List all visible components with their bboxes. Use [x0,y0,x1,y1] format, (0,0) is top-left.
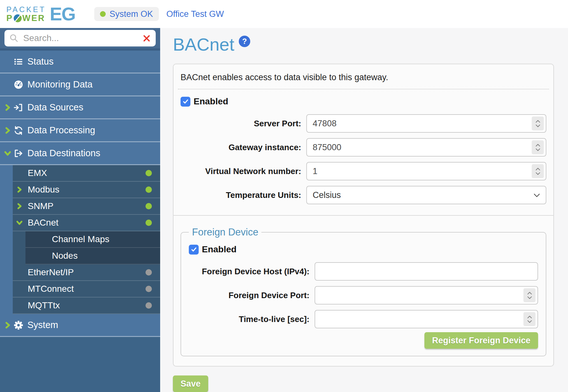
chevron-down-icon [16,219,24,226]
sidebar-item-modbus-label: Modbus [28,185,60,195]
status-dot [146,203,152,209]
app-header: PACKET PWER EG System OK Office Test GW [0,0,568,28]
sidebar-item-status-label: Status [27,56,53,67]
system-status-badge[interactable]: System OK [94,7,159,21]
foreign-device-host-ipv4-label: Foreign Device Host (IPv4): [189,267,315,276]
server-port-row: Server Port: [181,114,546,133]
sidebar-item-monitoring-data-label: Monitoring Data [27,79,93,90]
search-icon [9,33,19,43]
save-button[interactable]: Save [173,375,208,392]
foreign-device-legend: Foreign Device [189,227,261,238]
system-status-label: System OK [110,9,153,19]
time-to-live-sec-stepper[interactable] [523,312,536,326]
sidebar-item-data-processing-label: Data Processing [27,125,95,136]
time-to-live-sec-row: Time-to-live [sec]: [189,310,538,328]
chevron-right-icon [4,104,12,111]
status-dot [146,220,152,226]
status-dot [146,302,152,309]
status-dot [146,170,152,176]
foreign-device-enabled-checkbox[interactable] [189,245,199,255]
sidebar-item-data-sources[interactable]: Data Sources [0,96,160,119]
sidebar-item-channel-maps[interactable]: Channel Maps [25,231,160,248]
sidebar-nav: StatusMonitoring DataData SourcesData Pr… [0,51,160,337]
power-swirl-icon [13,13,23,23]
list-icon [13,57,24,67]
sidebar-item-bacnet-label: BACnet [28,218,59,228]
main-content: BACnet ? BACnet enables access to data v… [160,28,568,392]
sidebar-item-mqtttx[interactable]: MQTTtx [13,298,160,314]
sidebar-filler [0,337,160,392]
foreign-device-port-label: Foreign Device Port: [189,290,315,300]
time-to-live-sec-input[interactable] [315,310,538,328]
chevron-down-icon [534,193,540,197]
register-foreign-device-button[interactable]: Register Foreign Device [424,332,538,349]
sidebar-item-data-destinations[interactable]: Data Destinations [0,142,160,165]
server-port-stepper[interactable] [532,116,544,130]
chevron-down-icon [4,150,12,157]
gear-icon [13,320,24,330]
status-dot [146,186,152,193]
sign-in-icon [13,102,24,113]
sidebar-item-monitoring-data[interactable]: Monitoring Data [0,74,160,96]
status-ok-dot [100,11,106,17]
foreign-device-port-stepper[interactable] [523,288,536,302]
sidebar-item-emx[interactable]: EMX [13,165,160,182]
logo-eg-text: EG [50,6,75,22]
sidebar-item-mtconnect[interactable]: MTConnect [13,281,160,298]
sidebar-item-data-sources-label: Data Sources [27,102,83,113]
server-port-input[interactable] [306,114,546,133]
dotted-divider [178,89,549,89]
sidebar-item-nodes-label: Nodes [52,251,78,261]
virtual-network-number-stepper[interactable] [532,164,544,178]
sidebar-item-channel-maps-label: Channel Maps [52,234,110,244]
sidebar-item-nodes[interactable]: Nodes [25,248,160,264]
sidebar-item-mtconnect-label: MTConnect [28,284,74,294]
bacnet-general-section: BACnet enables access to data visible to… [174,64,553,215]
sidebar-item-ethernet-ip[interactable]: EtherNet/IP [13,264,160,281]
gauge-icon [13,80,24,90]
bacnet-enabled-label: Enabled [194,96,228,107]
virtual-network-number-input[interactable] [306,162,546,180]
gateway-name-link[interactable]: Office Test GW [167,9,224,19]
chevron-right-icon [16,186,24,193]
temperature-units-select[interactable]: Celsius [306,186,546,204]
foreign-device-fieldset: Foreign Device Enabled Foreign Device Ho… [181,227,546,356]
virtual-network-number-row: Virtual Network number: [181,162,546,180]
gateway-instance-stepper[interactable] [532,140,544,154]
search-input[interactable] [23,33,142,44]
status-dot [146,269,152,276]
sidebar-item-modbus[interactable]: Modbus [13,182,160,198]
time-to-live-sec-label: Time-to-live [sec]: [189,314,315,324]
help-icon[interactable]: ? [239,36,250,47]
server-port-label: Server Port: [181,119,306,129]
chevron-right-icon [16,203,24,210]
bacnet-enabled-checkbox[interactable] [181,97,190,107]
sidebar-item-bacnet[interactable]: BACnet [13,215,160,231]
chevron-right-icon [4,321,12,329]
logo-packet-text: PACKET [6,6,46,13]
sidebar-item-data-processing[interactable]: Data Processing [0,119,160,142]
logo-power-text: PWER [6,14,46,23]
sidebar-item-ethernet-ip-label: EtherNet/IP [28,267,74,277]
sidebar-item-emx-label: EMX [28,168,47,178]
sidebar-item-snmp[interactable]: SNMP [13,198,160,215]
temperature-units-row: Temperature Units:Celsius [181,186,546,204]
foreign-device-host-ipv4-input[interactable] [315,262,538,281]
status-dot [146,286,152,292]
app-window: PACKET PWER EG System OK Office Test GW … [0,0,568,392]
bacnet-enabled-row: Enabled [181,96,546,107]
sidebar-item-status[interactable]: Status [0,51,160,74]
foreign-device-enabled-row: Enabled [189,244,538,255]
gateway-instance-label: Gateway instance: [181,143,306,152]
foreign-device-port-input[interactable] [315,286,538,304]
sidebar-item-snmp-label: SNMP [28,201,53,211]
sidebar-item-mqtttx-label: MQTTtx [28,300,60,311]
gateway-instance-input[interactable] [306,138,546,157]
foreign-device-enabled-label: Enabled [202,244,237,255]
foreign-device-host-ipv4-row: Foreign Device Host (IPv4): [189,262,538,281]
clear-search-icon[interactable] [142,34,151,43]
gateway-instance-row: Gateway instance: [181,138,546,157]
chevron-right-icon [4,127,12,134]
sign-out-icon [13,148,24,158]
sidebar-item-system[interactable]: System [0,314,160,337]
